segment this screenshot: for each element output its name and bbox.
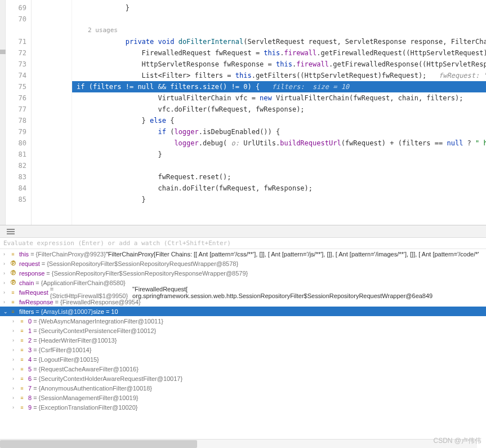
variable-row[interactable]: ›≡1 = {SecurityContextPersistenceFilter@…	[0, 326, 486, 335]
code-line[interactable]: HttpServletResponse fwResponse = this.fi…	[72, 59, 486, 70]
variable-value: = {RequestCacheAwareFilter@10016}	[33, 366, 139, 372]
code-line[interactable]: }	[72, 2, 486, 14]
line-number[interactable]: 81	[6, 149, 26, 160]
variable-value: = {ArrayList@10007}	[35, 308, 93, 315]
variable-row[interactable]: ›≡9 = {ExceptionTranslationFilter@10020}	[0, 402, 486, 412]
chevron-right-icon[interactable]: ›	[12, 376, 18, 382]
object-icon: ≡	[18, 327, 26, 335]
variable-name: filters	[19, 308, 34, 315]
chevron-right-icon[interactable]: ›	[3, 251, 9, 257]
code-line[interactable]: if (filters != null && filters.size() !=…	[72, 81, 486, 92]
chevron-right-icon[interactable]: ›	[12, 357, 18, 362]
variables-panel[interactable]: ›≡this = {FilterChainProxy@9923} "Filter…	[0, 249, 486, 412]
code-line[interactable]: fwRequest.reset();	[72, 171, 486, 183]
variable-value: = {WebAsyncManagerIntegrationFilter@1001…	[33, 318, 163, 325]
chevron-right-icon[interactable]: ›	[12, 318, 18, 324]
marker-gutter	[0, 0, 6, 225]
line-number[interactable]: 85	[6, 194, 26, 205]
code-line[interactable]: chain.doFilter(fwRequest, fwResponse);	[72, 183, 486, 194]
line-number[interactable]: 72	[6, 47, 26, 59]
chevron-right-icon[interactable]: ›	[3, 270, 9, 276]
variable-name: 7	[28, 385, 32, 392]
variable-value: = {SecurityContextHolderAwareRequestFilt…	[33, 375, 182, 382]
usages-hint[interactable]: 2 usages	[72, 25, 486, 36]
variable-row[interactable]: ›≡6 = {SecurityContextHolderAwareRequest…	[0, 374, 486, 383]
chevron-down-icon[interactable]: ⌄	[3, 309, 9, 314]
line-number[interactable]: 77	[6, 104, 26, 115]
scrollbar-thumb[interactable]	[0, 440, 197, 448]
line-number[interactable]: 83	[6, 171, 26, 183]
variable-row[interactable]: ›≡3 = {CsrfFilter@10014}	[0, 345, 486, 354]
code-area[interactable]: } 2 usages private void doFilterInternal…	[72, 0, 486, 225]
variable-name: 3	[28, 347, 32, 353]
line-number[interactable]: 82	[6, 160, 26, 171]
code-line[interactable]: List<Filter> filters = this.getFilters((…	[72, 70, 486, 81]
chevron-right-icon[interactable]: ›	[3, 261, 9, 267]
chevron-right-icon[interactable]: ›	[3, 299, 9, 305]
variable-name: fwResponse	[19, 299, 53, 305]
line-number[interactable]	[6, 25, 26, 36]
code-editor[interactable]: 6970717273747576777879808182838485 } 2 u…	[0, 0, 486, 225]
settings-icon[interactable]	[7, 229, 15, 234]
line-number[interactable]: 70	[6, 14, 26, 25]
code-line[interactable]	[72, 160, 486, 171]
line-number[interactable]: 79	[6, 126, 26, 137]
code-line[interactable]	[72, 14, 486, 25]
chevron-right-icon[interactable]: ›	[12, 338, 18, 343]
line-number[interactable]: 75	[6, 81, 26, 92]
object-icon: ≡	[9, 308, 17, 316]
variable-row[interactable]: ›≡fwRequest = {StrictHttpFirewall$1@9950…	[0, 287, 486, 297]
variable-row[interactable]: ›≡7 = {AnonymousAuthenticationFilter@100…	[0, 383, 486, 393]
line-number[interactable]: 71	[6, 36, 26, 47]
code-line[interactable]: VirtualFilterChain vfc = new VirtualFilt…	[72, 92, 486, 104]
object-icon: ≡	[18, 375, 26, 383]
code-line[interactable]: vfc.doFilter(fwRequest, fwResponse);	[72, 104, 486, 115]
line-number[interactable]: 78	[6, 115, 26, 126]
variable-row[interactable]: ›≡2 = {HeaderWriterFilter@10013}	[0, 335, 486, 345]
chevron-right-icon[interactable]: ›	[12, 328, 18, 334]
code-line[interactable]: }	[72, 149, 486, 160]
horizontal-scrollbar[interactable]	[0, 439, 477, 448]
object-icon: ≡	[18, 384, 26, 392]
variable-value: = {FirewalledResponse@9954}	[55, 299, 141, 305]
chevron-right-icon[interactable]: ›	[12, 347, 18, 353]
variable-name: this	[19, 251, 29, 258]
line-number[interactable]: 73	[6, 59, 26, 70]
variable-value: = {SessionRepositoryFilter$SessionReposi…	[46, 270, 248, 277]
annotation-column	[32, 0, 72, 225]
chevron-right-icon[interactable]: ›	[12, 395, 18, 401]
variable-name: 4	[28, 356, 32, 363]
object-icon: ≡	[18, 356, 26, 363]
code-line[interactable]: private void doFilterInternal(ServletReq…	[72, 36, 486, 47]
variable-value: = {CsrfFilter@10014}	[33, 347, 91, 353]
variable-row[interactable]: ›ⓟrequest = {SessionRepositoryFilter$Ses…	[0, 259, 486, 268]
line-number[interactable]: 76	[6, 92, 26, 104]
variable-row[interactable]: ›≡0 = {WebAsyncManagerIntegrationFilter@…	[0, 316, 486, 326]
chevron-right-icon[interactable]: ›	[12, 405, 18, 410]
code-line[interactable]: } else {	[72, 115, 486, 126]
chevron-right-icon[interactable]: ›	[12, 366, 18, 372]
line-number[interactable]: 84	[6, 183, 26, 194]
variable-row[interactable]: ›≡this = {FilterChainProxy@9923} "Filter…	[0, 249, 486, 259]
chevron-right-icon[interactable]: ›	[3, 290, 9, 295]
line-number[interactable]: 74	[6, 70, 26, 81]
parameter-icon: ⓟ	[9, 279, 17, 287]
chevron-right-icon[interactable]: ›	[3, 280, 9, 286]
variable-name: 6	[28, 375, 32, 382]
code-line[interactable]: logger.debug( o: UrlUtils.buildRequestUr…	[72, 137, 486, 149]
chevron-right-icon[interactable]: ›	[12, 385, 18, 391]
line-number[interactable]: 69	[6, 2, 26, 14]
code-line[interactable]: }	[72, 194, 486, 205]
variable-row[interactable]: ›≡4 = {LogoutFilter@10015}	[0, 354, 486, 364]
variable-row[interactable]: ›≡8 = {SessionManagementFilter@10019}	[0, 393, 486, 402]
variable-row[interactable]: ›ⓟresponse = {SessionRepositoryFilter$Se…	[0, 268, 486, 278]
variable-row[interactable]: ⌄≡filters = {ArrayList@10007} size = 10	[0, 307, 486, 316]
line-number-gutter[interactable]: 6970717273747576777879808182838485	[6, 0, 32, 225]
variable-row[interactable]: ›≡5 = {RequestCacheAwareFilter@10016}	[0, 364, 486, 374]
code-line[interactable]: FirewalledRequest fwRequest = this.firew…	[72, 47, 486, 59]
evaluate-expression-input[interactable]: Evaluate expression (Enter) or add a wat…	[0, 238, 486, 249]
variable-value: = {AnonymousAuthenticationFilter@10018}	[33, 385, 152, 392]
variable-value: = {ExceptionTranslationFilter@10020}	[33, 404, 137, 411]
line-number[interactable]: 80	[6, 137, 26, 149]
code-line[interactable]: if (logger.isDebugEnabled()) {	[72, 126, 486, 137]
